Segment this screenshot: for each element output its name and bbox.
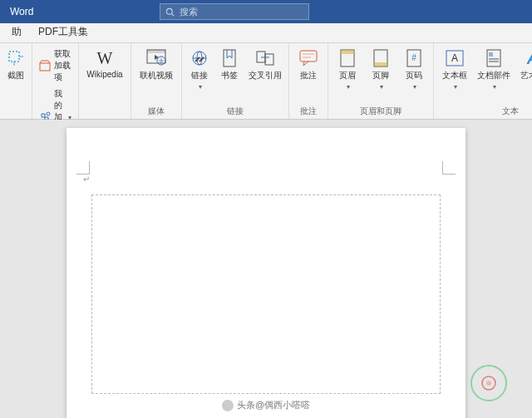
svg-rect-23	[374, 62, 387, 66]
document-canvas[interactable]: ↵ 头条@偶西小嗒嗒	[0, 120, 532, 418]
chevron-down-icon: ▾	[493, 83, 496, 91]
search-icon	[165, 7, 175, 17]
group-links: 链接 ▾ 书签 交叉引用 链接	[182, 43, 289, 119]
bookmark-button[interactable]: 书签	[217, 47, 242, 81]
group-screenshot: 截图	[0, 43, 32, 119]
chevron-down-icon: ▾	[413, 83, 416, 91]
paragraph-mark: ↵	[83, 175, 90, 184]
svg-point-33	[486, 381, 491, 386]
group-headerfooter: 页眉 ▾ 页脚 ▾ # 页码 ▾ 页眉和页脚	[328, 43, 434, 119]
chevron-down-icon: ▾	[380, 83, 383, 91]
chevron-down-icon: ▾	[347, 83, 350, 91]
page[interactable]: ↵	[66, 128, 466, 418]
group-comments: 批注 批注	[289, 43, 328, 119]
pagenum-button[interactable]: # 页码 ▾	[400, 47, 428, 91]
screenshot-icon	[6, 48, 26, 68]
svg-point-6	[47, 112, 50, 116]
pagenum-icon: #	[404, 48, 424, 68]
group-addins: 获取加载项 我的加载项 ▾ 加载项	[32, 43, 79, 119]
title-bar: Word 搜索	[0, 0, 532, 23]
link-button[interactable]: 链接 ▾	[187, 47, 212, 91]
comment-button[interactable]: 批注	[294, 47, 323, 81]
svg-rect-14	[224, 50, 235, 66]
link-icon	[190, 48, 209, 68]
group-wikipedia: W Wikipedia	[79, 43, 131, 119]
textbox-icon: A	[445, 48, 465, 68]
ribbon-tabs: 助 PDF工具集	[0, 23, 532, 43]
wikipedia-button[interactable]: W Wikipedia	[84, 47, 126, 79]
headerfooter-group-label: 页眉和页脚	[360, 104, 401, 117]
footer-icon	[371, 48, 391, 68]
screenshot-button[interactable]: 截图	[5, 47, 27, 81]
links-group-label: 链接	[227, 104, 244, 117]
tab-pdf-tools[interactable]: PDF工具集	[30, 22, 96, 42]
svg-text:#: #	[411, 53, 416, 62]
get-addins-button[interactable]: 获取加载项	[37, 47, 73, 85]
store-icon	[39, 59, 51, 72]
status-bubble	[470, 365, 507, 401]
parts-button[interactable]: 文档部件 ▾	[475, 47, 512, 91]
header-icon	[337, 48, 357, 68]
svg-rect-2	[9, 52, 19, 61]
svg-point-0	[167, 8, 173, 14]
search-placeholder: 搜索	[180, 6, 198, 18]
svg-rect-29	[489, 52, 493, 57]
crossref-button[interactable]: 交叉引用	[247, 47, 283, 81]
svg-rect-21	[341, 50, 354, 54]
svg-rect-5	[40, 63, 50, 71]
video-icon	[146, 48, 166, 68]
watermark: 头条@偶西小嗒嗒	[215, 397, 317, 413]
wordart-icon: A	[523, 48, 532, 68]
online-video-button[interactable]: 联机视频	[136, 47, 176, 81]
svg-text:A: A	[451, 52, 458, 64]
wikipedia-icon: W	[95, 48, 115, 68]
ribbon: 截图 获取加载项 我的加载项 ▾ 加载项 W W	[0, 43, 532, 120]
textbox-button[interactable]: A 文本框 ▾	[439, 47, 470, 91]
chevron-down-icon: ▾	[454, 83, 457, 91]
group-media: 联机视频 媒体	[131, 43, 182, 119]
crossref-icon	[255, 48, 275, 68]
text-group-label: 文本	[502, 104, 519, 117]
group-text: A 文本框 ▾ 文档部件 ▾ A 艺术字 ▾ A≡ 首字下 文本	[434, 43, 532, 119]
margin-corner-tr	[442, 161, 456, 175]
wordart-button[interactable]: A 艺术字 ▾	[517, 47, 532, 91]
svg-rect-17	[300, 51, 317, 61]
svg-rect-8	[147, 50, 165, 53]
svg-rect-16	[265, 54, 273, 65]
parts-icon	[484, 48, 504, 68]
search-box[interactable]: 搜索	[160, 3, 309, 20]
inserted-textbox[interactable]	[91, 194, 441, 394]
avatar-icon	[222, 400, 234, 411]
svg-line-1	[172, 13, 175, 16]
chevron-down-icon: ▾	[199, 83, 202, 91]
bookmark-icon	[219, 48, 239, 68]
margin-corner-tl	[76, 161, 90, 175]
media-group-label: 媒体	[148, 104, 165, 117]
comment-icon	[298, 48, 318, 68]
comments-group-label: 批注	[300, 104, 317, 117]
header-button[interactable]: 页眉 ▾	[333, 47, 362, 91]
tab-help[interactable]: 助	[3, 22, 30, 42]
app-name: Word	[0, 6, 43, 17]
footer-button[interactable]: 页脚 ▾	[367, 47, 395, 91]
